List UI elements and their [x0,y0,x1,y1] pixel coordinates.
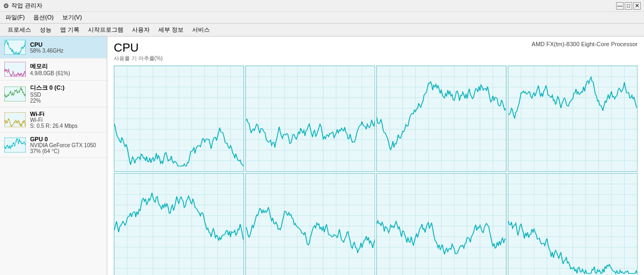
sidebar-item-detail2-disk: 22% [30,98,103,104]
sidebar-item-wifi[interactable]: Wi-FiWi-FiS: 0.5 R: 26.4 Mbps [0,107,107,133]
svg-rect-3 [4,112,26,127]
nav-bar: 프로세스성능앱 기록시작프로그램사용자세부 정보서비스 [0,24,644,37]
nav-item[interactable]: 프로세스 [4,25,34,35]
sidebar-thumb-disk [4,86,26,102]
sidebar-thumb-gpu [4,138,26,153]
sidebar-item-detail1-cpu: 58% 3.46GHz [30,48,103,54]
sidebar-item-detail1-gpu: NVIDIA GeForce GTX 1050 [30,142,103,148]
close-button[interactable]: ✕ [633,2,641,10]
sidebar-item-name-cpu: CPU [30,41,103,48]
sidebar-item-disk[interactable]: 디스크 0 (C:)SSD22% [0,81,107,107]
title-bar-icon: ⚙ [3,2,9,10]
svg-rect-2 [4,86,26,102]
content-subtitle: 사용률 기 마추률(%) [114,55,163,62]
cpu-graph-2 [376,66,507,172]
minimize-button[interactable]: — [616,2,624,10]
sidebar-thumb-memory [4,62,26,77]
menu-item[interactable]: 보기(V) [61,13,83,22]
main-container: CPU58% 3.46GHz메모리4.9/8.0GB (61%)디스크 0 (C… [0,37,644,275]
sidebar-item-detail1-wifi: Wi-Fi [30,117,103,123]
content-header: CPU 사용률 기 마추률(%) AMD FX(tm)-8300 Eight-C… [114,41,638,64]
graphs-container [114,66,638,275]
content-title: CPU [114,41,163,55]
cpu-graph-0 [114,66,244,172]
sidebar-item-gpu[interactable]: GPU 0NVIDIA GeForce GTX 105037% (64 °C) [0,133,107,158]
title-bar: ⚙ 작업 관리자 — □ ✕ [0,0,644,12]
window-controls: — □ ✕ [616,2,641,10]
menu-item[interactable]: 파일(F) [4,13,26,22]
nav-item[interactable]: 앱 기록 [57,25,83,35]
title-bar-text: 작업 관리자 [11,2,616,10]
sidebar-item-detail2-gpu: 37% (64 °C) [30,148,103,154]
cpu-graph-7 [508,173,638,275]
cpu-graph-3 [508,66,638,172]
sidebar-item-name-wifi: Wi-Fi [30,111,103,117]
sidebar-item-name-memory: 메모리 [30,62,103,70]
sidebar-item-detail1-memory: 4.9/8.0GB (61%) [30,70,103,76]
processor-name: AMD FX(tm)-8300 Eight-Core Processor [532,41,638,47]
cpu-graph-5 [245,173,376,275]
sidebar-thumb-cpu [4,40,26,55]
sidebar-thumb-wifi [4,112,26,127]
nav-item[interactable]: 사용자 [129,25,153,35]
menu-item[interactable]: 옵션(O) [32,13,55,22]
nav-item[interactable]: 세부 정보 [155,25,187,35]
content-area: CPU 사용률 기 마추률(%) AMD FX(tm)-8300 Eight-C… [107,37,644,275]
maximize-button[interactable]: □ [625,2,632,10]
sidebar-item-detail2-wifi: S: 0.5 R: 26.4 Mbps [30,123,103,129]
menu-bar: 파일(F)옵션(O)보기(V) [0,12,644,24]
sidebar-item-name-gpu: GPU 0 [30,136,103,142]
nav-item[interactable]: 성능 [36,25,55,35]
sidebar-item-cpu[interactable]: CPU58% 3.46GHz [0,37,107,59]
sidebar-item-memory[interactable]: 메모리4.9/8.0GB (61%) [0,59,107,81]
nav-item[interactable]: 서비스 [189,25,213,35]
nav-item[interactable]: 시작프로그램 [85,25,127,35]
sidebar-item-detail1-disk: SSD [30,92,103,98]
cpu-graph-4 [114,173,244,275]
cpu-graph-6 [376,173,507,275]
sidebar: CPU58% 3.46GHz메모리4.9/8.0GB (61%)디스크 0 (C… [0,37,107,275]
sidebar-item-name-disk: 디스크 0 (C:) [30,84,103,92]
cpu-graph-1 [245,66,376,172]
